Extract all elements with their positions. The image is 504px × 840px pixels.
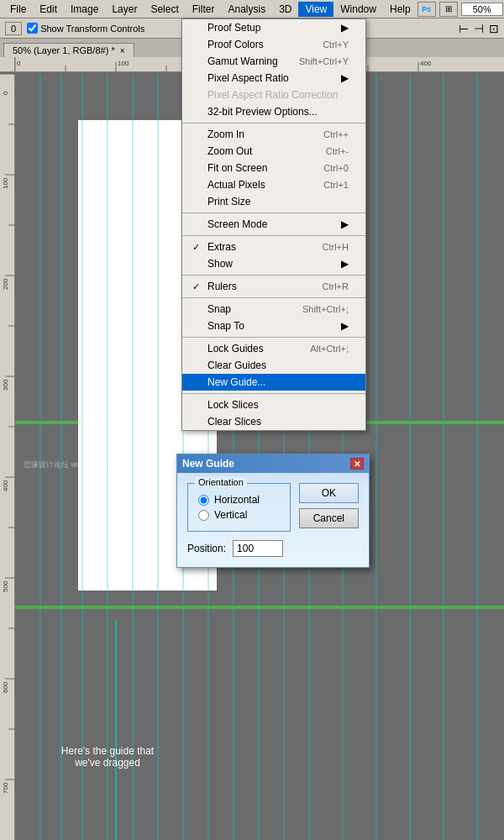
ruler-v-svg: 0 100 200 300 400 500 600 [0, 74, 15, 840]
menu-item-32bit[interactable]: 32-bit Preview Options... [182, 103, 365, 120]
new-guide-dialog-overlay: New Guide ✕ Orientation Horizontal Verti… [176, 454, 370, 568]
horizontal-label: Horizontal [214, 494, 260, 506]
new-guide-dialog: New Guide ✕ Orientation Horizontal Verti… [176, 454, 370, 568]
menu-help[interactable]: Help [383, 2, 417, 17]
menu-item-new-guide[interactable]: New Guide... [182, 374, 365, 391]
separator-2 [182, 213, 365, 213]
svg-text:400: 400 [420, 60, 432, 67]
icon-align2: ⊣ [474, 22, 484, 35]
layer-selector[interactable]: 0 [5, 22, 22, 35]
vertical-radio[interactable] [198, 510, 209, 521]
tab-label: 50% (Layer 1, RGB/8#) * [13, 45, 115, 55]
svg-text:0: 0 [2, 91, 9, 95]
menu-item-pixel-aspect[interactable]: Pixel Aspect Ratio ▶ [182, 70, 365, 87]
separator-4 [182, 275, 365, 276]
dialog-titlebar: New Guide ✕ [177, 454, 369, 473]
vertical-label: Vertical [214, 509, 247, 521]
vertical-option: Vertical [198, 509, 280, 521]
menu-item-show[interactable]: Show ▶ [182, 255, 365, 272]
ruler-vertical: 0 100 200 300 400 500 600 [0, 74, 15, 840]
check-extras: ✓ [192, 242, 200, 253]
svg-text:400: 400 [2, 480, 9, 491]
separator-5 [182, 297, 365, 298]
menu-item-zoom-out[interactable]: Zoom Out Ctrl+- [182, 143, 365, 160]
menu-layer[interactable]: Layer [105, 2, 144, 17]
icon-align1: ⊢ [459, 22, 469, 35]
submenu-arrow-screen: ▶ [341, 218, 349, 230]
dialog-body: Orientation Horizontal Vertical Position… [177, 473, 369, 567]
dialog-content: Orientation Horizontal Vertical Position… [187, 483, 359, 557]
menu-item-gamut-warning[interactable]: Gamut Warning Shift+Ctrl+Y [182, 53, 365, 70]
menu-item-rulers[interactable]: ✓ Rulers Ctrl+R [182, 278, 365, 295]
position-input[interactable] [233, 540, 283, 557]
svg-text:100: 100 [118, 60, 129, 67]
ok-button[interactable]: OK [299, 483, 359, 503]
orientation-group: Orientation Horizontal Vertical [187, 483, 291, 532]
submenu-arrow-proof-setup: ▶ [341, 22, 349, 34]
dialog-close-button[interactable]: ✕ [350, 458, 364, 470]
toolbar-icons-right: ⊢ ⊣ ⊡ [459, 22, 499, 35]
dialog-left: Orientation Horizontal Vertical Position… [187, 483, 291, 557]
arrange-icon[interactable]: ⊞ [439, 2, 458, 17]
menu-edit[interactable]: Edit [33, 2, 64, 17]
dialog-buttons: OK Cancel [299, 483, 359, 557]
separator-1 [182, 123, 365, 123]
transform-controls-label: Show Transform Controls [27, 23, 144, 34]
menu-item-extras[interactable]: ✓ Extras Ctrl+H [182, 239, 365, 255]
svg-text:600: 600 [2, 681, 9, 693]
menu-filter[interactable]: Filter [186, 2, 222, 17]
separator-7 [182, 393, 365, 394]
guide-annotation: Here's the guide that we've dragged [28, 745, 187, 769]
dialog-title: New Guide [182, 458, 350, 470]
position-label: Position: [187, 543, 226, 554]
watermark-text: 思缘设计论坛 www.missyuan.com [24, 459, 138, 470]
menu-item-zoom-in[interactable]: Zoom In Ctrl++ [182, 126, 365, 143]
menu-item-proof-setup[interactable]: Proof Setup ▶ [182, 19, 365, 36]
svg-text:700: 700 [2, 782, 9, 794]
menu-3d[interactable]: 3D [272, 2, 298, 17]
horizontal-radio[interactable] [198, 495, 209, 506]
menu-item-snap-to[interactable]: Snap To ▶ [182, 318, 365, 334]
ruler-corner [0, 57, 15, 72]
svg-text:200: 200 [2, 278, 9, 290]
transform-controls-checkbox[interactable] [27, 23, 38, 34]
menu-item-snap[interactable]: Snap Shift+Ctrl+; [182, 301, 365, 318]
menu-select[interactable]: Select [144, 2, 185, 17]
position-row: Position: [187, 540, 291, 557]
menu-window[interactable]: Window [333, 2, 383, 17]
separator-6 [182, 337, 365, 338]
submenu-arrow-snap: ▶ [341, 320, 349, 332]
menu-view[interactable]: View [298, 2, 333, 17]
menu-item-actual-pixels[interactable]: Actual Pixels Ctrl+1 [182, 176, 365, 193]
separator-3 [182, 235, 365, 236]
submenu-arrow-pixel: ▶ [341, 72, 349, 84]
menu-item-proof-colors[interactable]: Proof Colors Ctrl+Y [182, 36, 365, 53]
svg-text:0: 0 [17, 60, 21, 67]
menu-item-fit-screen[interactable]: Fit on Screen Ctrl+0 [182, 160, 365, 176]
menu-analysis[interactable]: Analysis [221, 2, 272, 17]
cancel-button[interactable]: Cancel [299, 508, 359, 528]
menubar: File Edit Image Layer Select Filter Anal… [0, 0, 504, 18]
svg-text:100: 100 [2, 177, 9, 189]
menu-file[interactable]: File [3, 2, 33, 17]
tab-close-button[interactable]: × [120, 46, 125, 55]
submenu-arrow-show: ▶ [341, 258, 349, 270]
menu-item-lock-slices[interactable]: Lock Slices [182, 396, 365, 413]
document-tab[interactable]: 50% (Layer 1, RGB/8#) * × [3, 43, 134, 57]
view-dropdown-menu: Proof Setup ▶ Proof Colors Ctrl+Y Gamut … [181, 18, 366, 431]
orientation-label: Orientation [195, 477, 247, 487]
menu-item-screen-mode[interactable]: Screen Mode ▶ [182, 216, 365, 233]
menu-item-pixel-correction: Pixel Aspect Ratio Correction [182, 87, 365, 103]
zoom-display: 50% [461, 3, 503, 16]
svg-text:500: 500 [2, 580, 9, 592]
menu-item-lock-guides[interactable]: Lock Guides Alt+Ctrl+; [182, 340, 365, 357]
menu-item-clear-guides[interactable]: Clear Guides [182, 357, 365, 374]
horizontal-option: Horizontal [198, 494, 280, 506]
check-rulers: ✓ [192, 281, 200, 292]
svg-text:300: 300 [2, 379, 9, 391]
icon-align3: ⊡ [489, 22, 499, 35]
menu-item-print-size[interactable]: Print Size [182, 193, 365, 210]
menu-item-clear-slices[interactable]: Clear Slices [182, 413, 365, 430]
ps-logo: Ps [417, 2, 436, 17]
menu-image[interactable]: Image [64, 2, 105, 17]
